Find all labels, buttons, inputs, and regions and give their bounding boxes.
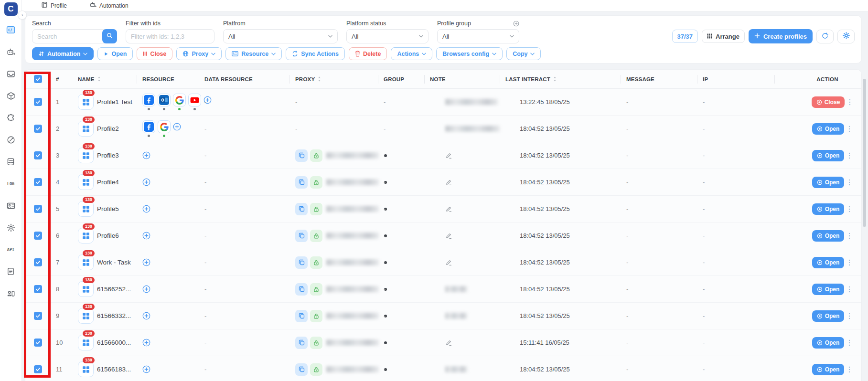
google-icon[interactable] [173,94,186,106]
profile-name[interactable]: 61566000... [97,339,131,346]
profile-group-select[interactable]: All [437,29,519,43]
sidebar-item-storage[interactable] [6,157,16,166]
open-profile-button[interactable]: Open [812,337,845,349]
filter-ids-input[interactable] [126,29,214,43]
row-checkbox[interactable] [34,178,42,186]
sidebar-item-contacts[interactable] [6,201,16,210]
settings-button[interactable] [837,30,855,43]
row-menu-icon[interactable] [848,259,850,266]
copy-proxy-icon[interactable] [295,363,308,376]
copy-proxy-icon[interactable] [295,230,308,242]
row-menu-icon[interactable] [848,313,850,319]
row-checkbox[interactable] [34,285,42,293]
search-button[interactable] [102,29,117,43]
add-resource-icon[interactable] [142,178,150,186]
open-profile-button[interactable]: Open [812,310,845,322]
open-profile-button[interactable]: Open [812,177,845,188]
edit-note-icon[interactable] [445,179,452,186]
sidebar-item-documents[interactable] [6,267,16,276]
copy-proxy-icon[interactable] [295,310,308,322]
profile-apps-icon[interactable]: 130 [78,148,94,163]
toolbar-automation-button[interactable]: Automation [32,47,94,60]
copy-proxy-icon[interactable] [295,256,308,269]
column-header-proxy[interactable]: PROXY [289,70,378,88]
sort-icon[interactable] [97,76,101,82]
add-resource-icon[interactable] [142,205,150,213]
row-checkbox[interactable] [34,205,42,213]
row-menu-icon[interactable] [848,126,850,132]
sidebar-item-inbox[interactable] [6,69,16,78]
sidebar-item-logs[interactable]: LOG [6,179,16,188]
column-header-name[interactable]: NAME [72,70,137,88]
tab-profile[interactable]: Profile [41,1,67,10]
copy-proxy-icon[interactable] [295,176,308,189]
profile-apps-icon[interactable]: 130 [78,335,94,350]
profile-name[interactable]: Profile6 [97,232,119,239]
platform-select[interactable]: All [223,29,338,43]
profile-apps-icon[interactable]: 130 [78,228,94,243]
toolbar-sync-actions-button[interactable]: Sync Actions [286,47,345,60]
open-profile-button[interactable]: Open [812,230,845,242]
sidebar-item-extensions[interactable] [6,113,16,122]
edit-note-icon[interactable] [445,233,452,239]
toolbar-proxy-button[interactable]: Proxy [176,47,222,60]
outlook-icon[interactable] [158,94,171,106]
sidebar-item-automation[interactable] [6,47,16,56]
profile-name[interactable]: Profile3 [97,152,119,159]
google-icon[interactable] [158,120,171,133]
copy-proxy-icon[interactable] [295,337,308,349]
sidebar-item-recorder[interactable] [6,135,16,144]
refresh-button[interactable] [816,30,834,43]
facebook-icon[interactable] [142,120,155,133]
profile-apps-icon[interactable]: 130 [78,308,94,324]
profile-name[interactable]: 61566332... [97,312,131,319]
sidebar-item-packages[interactable] [6,91,16,100]
row-menu-icon[interactable] [848,206,850,212]
row-checkbox[interactable] [34,339,42,347]
scrollbar[interactable] [863,79,866,227]
toolbar-resource-button[interactable]: Resource [225,47,282,60]
profile-name[interactable]: 61566252... [97,286,131,293]
row-checkbox[interactable] [34,312,42,320]
add-resource-icon[interactable] [142,312,150,320]
tab-automation[interactable]: Automation [90,1,129,10]
facebook-icon[interactable] [142,94,155,106]
toolbar-close-button[interactable]: Close [137,47,172,60]
sidebar-item-profiles[interactable] [6,25,16,34]
profile-apps-icon[interactable]: 130 [78,254,94,270]
copy-proxy-icon[interactable] [295,283,308,296]
open-profile-button[interactable]: Open [812,150,845,161]
profile-name[interactable]: Profile5 [97,205,119,212]
profile-apps-icon[interactable]: 130 [78,121,94,137]
profile-name[interactable]: Profile1 Test [97,98,132,106]
open-profile-button[interactable]: Open [812,203,845,215]
row-checkbox[interactable] [34,98,42,106]
close-profile-button[interactable]: Close [812,96,845,108]
profile-name[interactable]: Work - Task [97,259,131,266]
toolbar-browsers-config-button[interactable]: Browsers config [436,47,503,60]
row-menu-icon[interactable] [848,152,850,159]
sidebar-collapse-button[interactable]: › [18,11,27,20]
open-profile-button[interactable]: Open [812,257,845,268]
sidebar-item-api[interactable]: API [6,245,16,254]
add-resource-icon[interactable] [142,339,150,347]
row-checkbox[interactable] [34,151,42,159]
add-resource-icon[interactable] [142,365,150,373]
profile-apps-icon[interactable]: 130 [78,281,94,297]
row-checkbox[interactable] [34,125,42,133]
row-menu-icon[interactable] [848,286,850,293]
profile-apps-icon[interactable]: 130 [78,201,94,217]
profile-name[interactable]: Profile4 [97,179,119,186]
open-profile-button[interactable]: Open [812,364,845,375]
edit-note-icon[interactable] [445,259,452,266]
copy-proxy-icon[interactable] [295,203,308,215]
sort-icon[interactable] [553,76,557,82]
open-profile-button[interactable]: Open [812,123,845,135]
open-profile-button[interactable]: Open [812,284,845,295]
edit-note-icon[interactable] [445,206,452,212]
platform-status-select[interactable]: All [346,29,429,43]
add-resource-icon[interactable] [173,123,181,131]
edit-note-icon[interactable] [445,152,452,159]
row-checkbox[interactable] [34,365,42,373]
toolbar-copy-button[interactable]: Copy [506,47,541,60]
